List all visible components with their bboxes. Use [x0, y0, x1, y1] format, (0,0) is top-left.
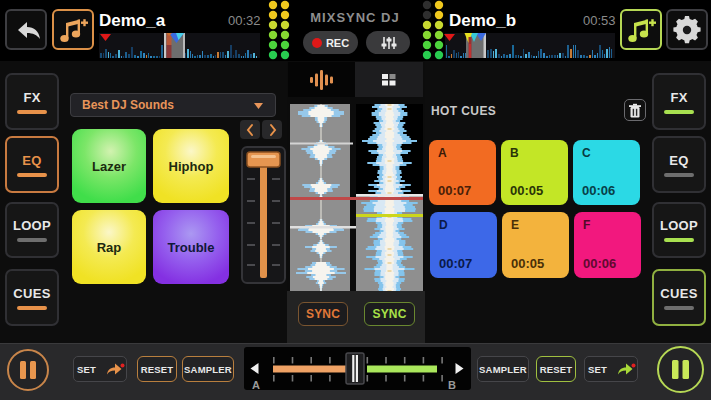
svg-text:B: B: [448, 379, 456, 390]
svg-text:A: A: [252, 379, 260, 390]
